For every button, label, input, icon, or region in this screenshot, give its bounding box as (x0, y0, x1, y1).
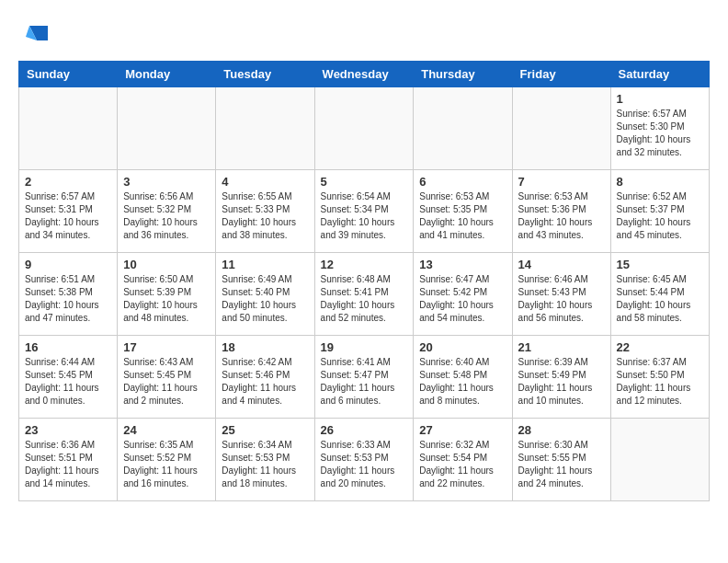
day-number: 17 (123, 340, 210, 354)
day-info: Sunrise: 6:57 AM Sunset: 5:30 PM Dayligh… (617, 108, 703, 159)
calendar-cell: 8Sunrise: 6:52 AM Sunset: 5:37 PM Daylig… (610, 170, 709, 253)
day-number: 4 (222, 175, 308, 189)
calendar-cell (414, 87, 512, 170)
day-info: Sunrise: 6:53 AM Sunset: 5:36 PM Dayligh… (518, 190, 605, 242)
day-number: 6 (419, 175, 506, 189)
day-info: Sunrise: 6:34 AM Sunset: 5:53 PM Dayligh… (222, 439, 308, 490)
day-number: 18 (222, 340, 308, 354)
logo (18, 18, 51, 52)
calendar-cell: 25Sunrise: 6:34 AM Sunset: 5:53 PM Dayli… (216, 419, 314, 501)
day-number: 27 (419, 423, 506, 437)
calendar-cell: 3Sunrise: 6:56 AM Sunset: 5:32 PM Daylig… (118, 170, 216, 253)
calendar-cell: 17Sunrise: 6:43 AM Sunset: 5:45 PM Dayli… (118, 336, 216, 419)
day-number: 9 (25, 258, 111, 271)
day-info: Sunrise: 6:33 AM Sunset: 5:53 PM Dayligh… (321, 439, 408, 490)
calendar-cell: 24Sunrise: 6:35 AM Sunset: 5:52 PM Dayli… (118, 419, 216, 501)
day-info: Sunrise: 6:49 AM Sunset: 5:40 PM Dayligh… (222, 273, 308, 325)
calendar-cell: 15Sunrise: 6:45 AM Sunset: 5:44 PM Dayli… (610, 253, 709, 336)
calendar-cell: 28Sunrise: 6:30 AM Sunset: 5:55 PM Dayli… (512, 419, 610, 501)
calendar-cell: 4Sunrise: 6:55 AM Sunset: 5:33 PM Daylig… (216, 170, 314, 253)
day-number: 3 (123, 175, 210, 189)
calendar-cell: 16Sunrise: 6:44 AM Sunset: 5:45 PM Dayli… (19, 336, 118, 419)
weekday-header-tuesday: Tuesday (216, 62, 314, 87)
calendar-cell: 9Sunrise: 6:51 AM Sunset: 5:38 PM Daylig… (19, 253, 118, 336)
day-info: Sunrise: 6:42 AM Sunset: 5:46 PM Dayligh… (222, 356, 308, 408)
calendar-cell (610, 419, 709, 501)
day-number: 21 (518, 340, 605, 354)
calendar-cell: 26Sunrise: 6:33 AM Sunset: 5:53 PM Dayli… (314, 419, 414, 501)
page-header (18, 18, 710, 52)
day-info: Sunrise: 6:52 AM Sunset: 5:37 PM Dayligh… (617, 190, 703, 242)
day-info: Sunrise: 6:40 AM Sunset: 5:48 PM Dayligh… (419, 356, 506, 408)
day-info: Sunrise: 6:55 AM Sunset: 5:33 PM Dayligh… (222, 190, 308, 242)
weekday-header-sunday: Sunday (19, 62, 118, 87)
day-info: Sunrise: 6:37 AM Sunset: 5:50 PM Dayligh… (617, 356, 703, 408)
calendar-cell: 7Sunrise: 6:53 AM Sunset: 5:36 PM Daylig… (512, 170, 610, 253)
calendar-cell: 11Sunrise: 6:49 AM Sunset: 5:40 PM Dayli… (216, 253, 314, 336)
calendar-table: SundayMondayTuesdayWednesdayThursdayFrid… (18, 61, 710, 501)
day-info: Sunrise: 6:44 AM Sunset: 5:45 PM Dayligh… (25, 356, 111, 408)
day-info: Sunrise: 6:47 AM Sunset: 5:42 PM Dayligh… (419, 273, 506, 325)
day-number: 2 (25, 175, 111, 189)
day-info: Sunrise: 6:35 AM Sunset: 5:52 PM Dayligh… (123, 439, 210, 490)
day-info: Sunrise: 6:32 AM Sunset: 5:54 PM Dayligh… (419, 439, 506, 490)
day-number: 13 (419, 258, 506, 271)
day-info: Sunrise: 6:50 AM Sunset: 5:39 PM Dayligh… (123, 273, 210, 325)
day-number: 26 (321, 423, 408, 437)
calendar-cell: 1Sunrise: 6:57 AM Sunset: 5:30 PM Daylig… (610, 87, 709, 170)
week-row-4: 23Sunrise: 6:36 AM Sunset: 5:51 PM Dayli… (19, 419, 710, 501)
day-info: Sunrise: 6:41 AM Sunset: 5:47 PM Dayligh… (321, 356, 408, 408)
day-info: Sunrise: 6:54 AM Sunset: 5:34 PM Dayligh… (321, 190, 408, 242)
day-number: 15 (617, 258, 703, 271)
day-number: 5 (321, 175, 408, 189)
day-info: Sunrise: 6:36 AM Sunset: 5:51 PM Dayligh… (25, 439, 111, 490)
day-info: Sunrise: 6:39 AM Sunset: 5:49 PM Dayligh… (518, 356, 605, 408)
week-row-0: 1Sunrise: 6:57 AM Sunset: 5:30 PM Daylig… (19, 87, 710, 170)
day-number: 1 (617, 92, 703, 106)
day-info: Sunrise: 6:43 AM Sunset: 5:45 PM Dayligh… (123, 356, 210, 408)
day-number: 8 (617, 175, 703, 189)
day-info: Sunrise: 6:45 AM Sunset: 5:44 PM Dayligh… (617, 273, 703, 325)
calendar-cell: 23Sunrise: 6:36 AM Sunset: 5:51 PM Dayli… (19, 419, 118, 501)
calendar-cell: 2Sunrise: 6:57 AM Sunset: 5:31 PM Daylig… (19, 170, 118, 253)
calendar-cell: 22Sunrise: 6:37 AM Sunset: 5:50 PM Dayli… (610, 336, 709, 419)
week-row-2: 9Sunrise: 6:51 AM Sunset: 5:38 PM Daylig… (19, 253, 710, 336)
weekday-header-thursday: Thursday (414, 62, 512, 87)
calendar-cell: 18Sunrise: 6:42 AM Sunset: 5:46 PM Dayli… (216, 336, 314, 419)
calendar-cell: 13Sunrise: 6:47 AM Sunset: 5:42 PM Dayli… (414, 253, 512, 336)
day-info: Sunrise: 6:56 AM Sunset: 5:32 PM Dayligh… (123, 190, 210, 242)
day-number: 23 (25, 423, 111, 437)
calendar-cell: 27Sunrise: 6:32 AM Sunset: 5:54 PM Dayli… (414, 419, 512, 501)
day-info: Sunrise: 6:57 AM Sunset: 5:31 PM Dayligh… (25, 190, 111, 242)
weekday-header-wednesday: Wednesday (314, 62, 414, 87)
weekday-header-saturday: Saturday (610, 62, 709, 87)
calendar-cell: 21Sunrise: 6:39 AM Sunset: 5:49 PM Dayli… (512, 336, 610, 419)
calendar-cell: 5Sunrise: 6:54 AM Sunset: 5:34 PM Daylig… (314, 170, 414, 253)
week-row-1: 2Sunrise: 6:57 AM Sunset: 5:31 PM Daylig… (19, 170, 710, 253)
calendar-cell (512, 87, 610, 170)
day-number: 11 (222, 258, 308, 271)
day-number: 10 (123, 258, 210, 271)
calendar-cell: 6Sunrise: 6:53 AM Sunset: 5:35 PM Daylig… (414, 170, 512, 253)
calendar-cell (118, 87, 216, 170)
weekday-header-row: SundayMondayTuesdayWednesdayThursdayFrid… (19, 62, 710, 87)
day-number: 19 (321, 340, 408, 354)
day-info: Sunrise: 6:30 AM Sunset: 5:55 PM Dayligh… (518, 439, 605, 490)
calendar-cell: 19Sunrise: 6:41 AM Sunset: 5:47 PM Dayli… (314, 336, 414, 419)
logo-icon (22, 18, 51, 48)
day-number: 24 (123, 423, 210, 437)
calendar-cell: 12Sunrise: 6:48 AM Sunset: 5:41 PM Dayli… (314, 253, 414, 336)
day-number: 25 (222, 423, 308, 437)
day-number: 14 (518, 258, 605, 271)
calendar-cell (19, 87, 118, 170)
day-number: 22 (617, 340, 703, 354)
calendar-cell: 20Sunrise: 6:40 AM Sunset: 5:48 PM Dayli… (414, 336, 512, 419)
week-row-3: 16Sunrise: 6:44 AM Sunset: 5:45 PM Dayli… (19, 336, 710, 419)
day-number: 16 (25, 340, 111, 354)
day-number: 20 (419, 340, 506, 354)
day-number: 28 (518, 423, 605, 437)
day-info: Sunrise: 6:53 AM Sunset: 5:35 PM Dayligh… (419, 190, 506, 242)
day-number: 12 (321, 258, 408, 271)
calendar-cell (216, 87, 314, 170)
weekday-header-friday: Friday (512, 62, 610, 87)
